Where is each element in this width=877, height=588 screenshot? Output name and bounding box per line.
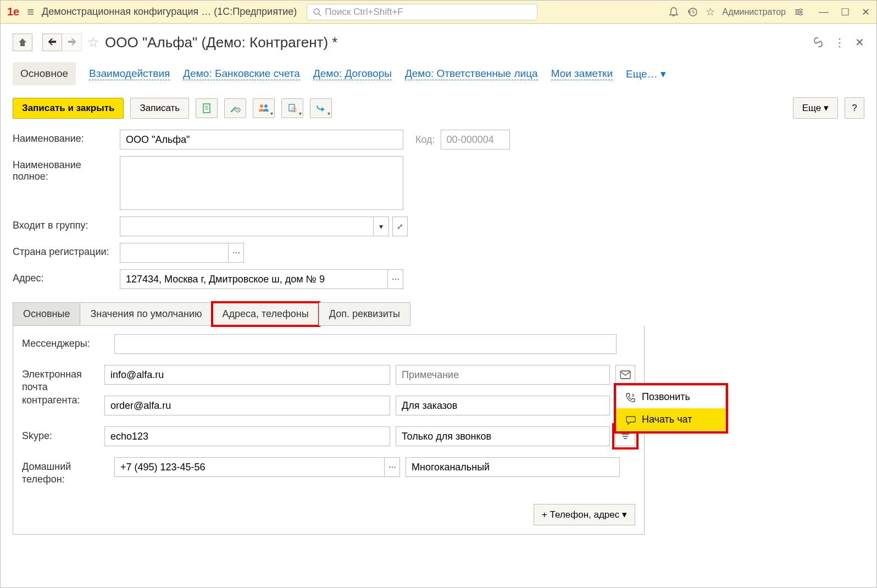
detail-tab-main[interactable]: Основные — [13, 302, 80, 326]
messengers-input[interactable] — [114, 334, 617, 354]
document-icon-button[interactable]: ▾ — [281, 98, 303, 118]
search-placeholder: Поиск Ctrl+Shift+F — [325, 7, 403, 18]
popup-chat[interactable]: Начать чат — [617, 408, 725, 431]
chat-icon — [625, 414, 636, 425]
code-input[interactable] — [441, 130, 510, 149]
popup-chat-label: Начать чат — [642, 414, 692, 425]
detail-tab-addrphones[interactable]: Адреса, телефоны — [212, 302, 319, 326]
help-button[interactable]: ? — [845, 97, 864, 119]
list-icon-button[interactable] — [196, 98, 218, 118]
svg-rect-18 — [620, 371, 630, 379]
country-input[interactable] — [120, 243, 229, 263]
add-phone-address-button[interactable]: + Телефон, адрес ▾ — [534, 504, 635, 525]
edit-time-icon-button[interactable] — [224, 98, 246, 118]
address-ellipsis-button[interactable]: ⋯ — [388, 269, 403, 289]
favorite-icon[interactable]: ☆ — [87, 35, 99, 50]
fullname-input[interactable] — [120, 156, 403, 210]
app-logo: 1e — [7, 5, 19, 18]
nav-back-button[interactable]: 🡰 — [42, 34, 62, 51]
menu-icon[interactable]: ≡ — [24, 5, 37, 19]
detail-tab-defaults[interactable]: Значения по умолчанию — [80, 302, 212, 326]
section-bank[interactable]: Демо: Банковские счета — [183, 68, 300, 80]
form-title: ООО "Альфа" (Демо: Контрагент) * — [105, 34, 807, 51]
group-label: Входит в группу: — [13, 217, 114, 231]
svg-point-14 — [260, 104, 263, 108]
email2-note-input[interactable] — [396, 396, 610, 415]
country-label: Страна регистрации: — [13, 243, 114, 258]
email-label: Электронная почта контрагента: — [22, 365, 99, 407]
bell-icon[interactable] — [668, 7, 679, 18]
app-title: Демонстрационная конфигурация … (1С:Пред… — [42, 6, 297, 18]
star-icon[interactable]: ☆ — [706, 5, 715, 18]
maximize-icon[interactable]: ☐ — [841, 6, 850, 18]
section-responsible[interactable]: Демо: Ответственные лица — [405, 68, 538, 80]
history-icon[interactable] — [687, 7, 698, 18]
skype-input[interactable] — [104, 426, 390, 446]
minimize-icon[interactable]: — — [819, 6, 829, 18]
country-ellipsis-button[interactable]: ⋯ — [229, 243, 244, 263]
kebab-icon[interactable]: ⋮ — [834, 36, 845, 49]
section-more[interactable]: Еще… ▾ — [626, 68, 666, 80]
section-main[interactable]: Основное — [13, 62, 76, 85]
skype-label: Skype: — [22, 426, 99, 442]
skype-note-input[interactable] — [396, 426, 610, 446]
search-icon — [313, 8, 321, 16]
email1-mail-icon[interactable] — [615, 365, 635, 385]
phone-note-input[interactable] — [406, 457, 620, 477]
section-interactions[interactable]: Взаимодействия — [89, 68, 170, 80]
svg-point-8 — [800, 13, 802, 15]
username-label[interactable]: Администратор — [723, 7, 786, 17]
svg-line-1 — [319, 14, 321, 16]
phone-input[interactable] — [114, 457, 385, 477]
skype-context-menu: Позвонить Начать чат — [616, 385, 726, 431]
arrow-icon-button[interactable]: ▾ — [310, 98, 332, 118]
settings-icon[interactable] — [793, 7, 804, 18]
popup-call[interactable]: Позвонить — [617, 386, 725, 408]
link-icon[interactable] — [812, 36, 824, 48]
svg-point-0 — [314, 9, 319, 14]
svg-point-6 — [800, 9, 802, 11]
detail-tab-extra[interactable]: Доп. реквизиты — [319, 302, 410, 326]
popup-call-label: Позвонить — [642, 391, 690, 403]
address-input[interactable] — [120, 269, 388, 289]
group-open-button[interactable]: ⤢ — [392, 217, 408, 236]
code-label: Код: — [415, 134, 435, 146]
more-button[interactable]: Еще ▾ — [793, 97, 838, 119]
svg-point-7 — [796, 11, 798, 13]
email2-input[interactable] — [104, 396, 390, 415]
save-close-button[interactable]: Записать и закрыть — [13, 98, 124, 119]
email1-input[interactable] — [104, 365, 390, 385]
email1-note-input[interactable] — [396, 365, 610, 385]
search-input[interactable]: Поиск Ctrl+Shift+F — [307, 4, 537, 20]
phone-call-icon — [625, 392, 636, 403]
close-window-icon[interactable]: ✕ — [862, 6, 870, 18]
section-notes[interactable]: Мои заметки — [551, 68, 613, 80]
home-button[interactable] — [13, 34, 32, 51]
save-button[interactable]: Записать — [130, 98, 189, 119]
close-form-icon[interactable]: ✕ — [855, 36, 864, 49]
group-dropdown-button[interactable]: ▾ — [374, 217, 389, 236]
phone-label: Домашний телефон: — [22, 457, 109, 486]
name-input[interactable] — [120, 130, 403, 149]
svg-rect-9 — [203, 104, 210, 113]
svg-point-15 — [264, 104, 268, 108]
address-label: Адрес: — [13, 269, 114, 284]
fullname-label: Наименование полное: — [13, 156, 114, 182]
users-icon-button[interactable]: ▾ — [253, 98, 275, 118]
messengers-label: Мессенджеры: — [22, 334, 109, 350]
nav-forward-button[interactable]: 🡲 — [62, 34, 82, 51]
group-input[interactable] — [120, 217, 374, 236]
name-label: Наименование: — [13, 130, 114, 145]
phone-ellipsis-button[interactable]: ⋯ — [385, 457, 400, 477]
section-contracts[interactable]: Демо: Договоры — [313, 68, 392, 80]
